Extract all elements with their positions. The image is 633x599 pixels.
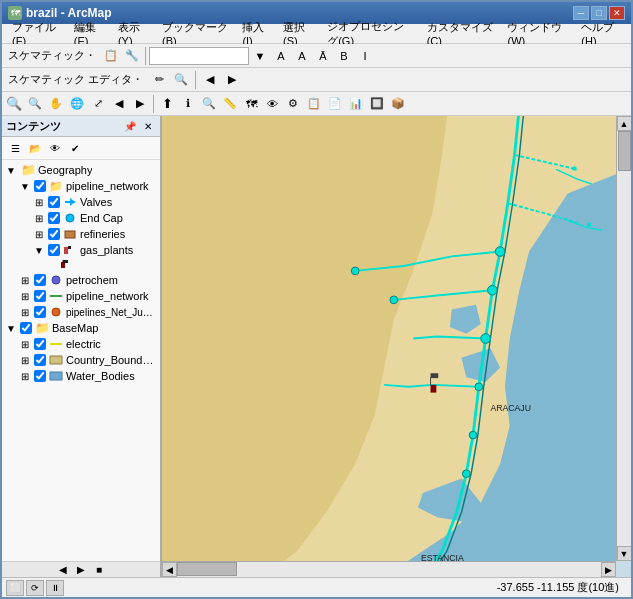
- tool-pan[interactable]: ✋: [46, 94, 66, 114]
- refineries-expand[interactable]: ⊞: [32, 227, 46, 241]
- scroll-track-vertical[interactable]: [617, 131, 631, 546]
- tool-forward[interactable]: ▶: [130, 94, 150, 114]
- valves-checkbox[interactable]: [48, 196, 60, 208]
- electric-checkbox[interactable]: [34, 338, 46, 350]
- scroll-right-button[interactable]: ▶: [601, 562, 616, 577]
- toolbar-btn-1[interactable]: 📋: [101, 46, 121, 66]
- toolbar-btn-3[interactable]: ▼: [250, 46, 270, 66]
- status-btn-3[interactable]: ⏸: [46, 580, 64, 596]
- tool-extra4[interactable]: 📦: [388, 94, 408, 114]
- tool-globe[interactable]: 🌐: [67, 94, 87, 114]
- pipeline-network-layer[interactable]: ⊞ pipeline_network: [2, 288, 160, 304]
- contents-nav-forward[interactable]: ▶: [73, 562, 89, 578]
- electric-layer[interactable]: ⊞ electric: [2, 336, 160, 352]
- tool-find[interactable]: 🔍: [199, 94, 219, 114]
- water-bodies-layer[interactable]: ⊞ Water_Bodies: [2, 368, 160, 384]
- gas-plants-layer[interactable]: ▼ gas_plants: [2, 242, 160, 258]
- tool-select[interactable]: ⬆: [157, 94, 177, 114]
- end-cap-expand[interactable]: ⊞: [32, 211, 46, 225]
- panel-close-button[interactable]: ✕: [140, 118, 156, 134]
- tree-select-btn[interactable]: ✔: [66, 139, 84, 157]
- pipeline-network-layer-expand[interactable]: ⊞: [18, 289, 32, 303]
- pipeline-network-layer-checkbox[interactable]: [34, 290, 46, 302]
- panel-pin-button[interactable]: 📌: [122, 118, 138, 134]
- petrochem-checkbox[interactable]: [34, 274, 46, 286]
- tree-list-btn[interactable]: ☰: [6, 139, 24, 157]
- tool-extra1[interactable]: 📄: [325, 94, 345, 114]
- end-cap-layer[interactable]: ⊞ End Cap: [2, 210, 160, 226]
- country-boundaries-expand[interactable]: ⊞: [18, 353, 32, 367]
- toolbar-btn-2[interactable]: 🔧: [122, 46, 142, 66]
- status-left: ⬜ ⟳ ⏸: [6, 580, 64, 596]
- svg-rect-14: [50, 372, 62, 380]
- toolbar-btn-6[interactable]: Ā: [313, 46, 333, 66]
- status-btn-1[interactable]: ⬜: [6, 580, 24, 596]
- refineries-icon: [62, 228, 78, 240]
- country-boundaries-checkbox[interactable]: [34, 354, 46, 366]
- main-window: 🗺 brazil - ArcMap ─ □ ✕ ファイル(F) 編集(E) 表示…: [0, 0, 633, 599]
- tool-measure[interactable]: 📏: [220, 94, 240, 114]
- toolbar-btn-7[interactable]: B: [334, 46, 354, 66]
- minimize-button[interactable]: ─: [573, 6, 589, 20]
- pipelines-net-junctions-label: pipelines_Net_Juncti...: [66, 307, 158, 318]
- water-bodies-expand[interactable]: ⊞: [18, 369, 32, 383]
- tool-zoom-out[interactable]: 🔍: [25, 94, 45, 114]
- geography-group[interactable]: ▼ 📁 Geography: [2, 162, 160, 178]
- scroll-thumb-horizontal[interactable]: [177, 562, 237, 576]
- toolbar-edit-btn-4[interactable]: ▶: [222, 70, 242, 90]
- tree-display-btn[interactable]: 👁: [46, 139, 64, 157]
- electric-expand[interactable]: ⊞: [18, 337, 32, 351]
- contents-nav-back[interactable]: ◀: [55, 562, 71, 578]
- gas-plants-expand[interactable]: ▼: [32, 243, 46, 257]
- end-cap-checkbox[interactable]: [48, 212, 60, 224]
- scroll-thumb-vertical[interactable]: [618, 131, 631, 171]
- tool-extra2[interactable]: 📊: [346, 94, 366, 114]
- tool-back[interactable]: ◀: [109, 94, 129, 114]
- toolbar-btn-8[interactable]: I: [355, 46, 375, 66]
- valves-expand[interactable]: ⊞: [32, 195, 46, 209]
- scroll-down-button[interactable]: ▼: [617, 546, 632, 561]
- geography-expand[interactable]: ▼: [4, 163, 18, 177]
- tool-full-extent[interactable]: ⤢: [88, 94, 108, 114]
- maximize-button[interactable]: □: [591, 6, 607, 20]
- close-button[interactable]: ✕: [609, 6, 625, 20]
- scroll-track-horizontal[interactable]: [177, 562, 601, 577]
- toolbar-btn-5[interactable]: A: [292, 46, 312, 66]
- tool-identify[interactable]: ℹ: [178, 94, 198, 114]
- petrochem-expand[interactable]: ⊞: [18, 273, 32, 287]
- status-btn-2[interactable]: ⟳: [26, 580, 44, 596]
- valves-layer[interactable]: ⊞ Valves: [2, 194, 160, 210]
- tool-extra3[interactable]: 🔲: [367, 94, 387, 114]
- gas-plants-checkbox[interactable]: [48, 244, 60, 256]
- map-area[interactable]: ARACAJU ESTANCIA ▲ ▼: [162, 116, 631, 577]
- tool-zoom-in[interactable]: 🔍: [4, 94, 24, 114]
- basemap-icon: 📁: [34, 322, 50, 334]
- country-boundaries-layer[interactable]: ⊞ Country_Boundaries: [2, 352, 160, 368]
- contents-nav-home[interactable]: ■: [91, 562, 107, 578]
- pipelines-net-junctions-layer[interactable]: ⊞ pipelines_Net_Juncti...: [2, 304, 160, 320]
- tree-source-btn[interactable]: 📂: [26, 139, 44, 157]
- toolbar-btn-4[interactable]: A: [271, 46, 291, 66]
- tool-binoculars[interactable]: 👁: [262, 94, 282, 114]
- toolbar-input-1[interactable]: [149, 47, 249, 65]
- toolbar-edit-btn-1[interactable]: ✏: [149, 70, 169, 90]
- tool-map2[interactable]: 📋: [304, 94, 324, 114]
- petrochem-layer[interactable]: ⊞ petrochem: [2, 272, 160, 288]
- scroll-up-button[interactable]: ▲: [617, 116, 632, 131]
- toolbar-edit-btn-3[interactable]: ◀: [200, 70, 220, 90]
- pipeline-network-group[interactable]: ▼ 📁 pipeline_network: [2, 178, 160, 194]
- pipelines-net-junctions-expand[interactable]: ⊞: [18, 305, 32, 319]
- tool-map[interactable]: 🗺: [241, 94, 261, 114]
- water-bodies-checkbox[interactable]: [34, 370, 46, 382]
- tool-settings[interactable]: ⚙: [283, 94, 303, 114]
- toolbar-edit-btn-2[interactable]: 🔍: [171, 70, 191, 90]
- pipeline-network-checkbox[interactable]: [34, 180, 46, 192]
- basemap-expand[interactable]: ▼: [4, 321, 18, 335]
- refineries-checkbox[interactable]: [48, 228, 60, 240]
- basemap-group[interactable]: ▼ 📁 BaseMap: [2, 320, 160, 336]
- pipeline-network-expand[interactable]: ▼: [18, 179, 32, 193]
- basemap-checkbox[interactable]: [20, 322, 32, 334]
- pipelines-net-junctions-checkbox[interactable]: [34, 306, 46, 318]
- scroll-left-button[interactable]: ◀: [162, 562, 177, 577]
- refineries-layer[interactable]: ⊞ refineries: [2, 226, 160, 242]
